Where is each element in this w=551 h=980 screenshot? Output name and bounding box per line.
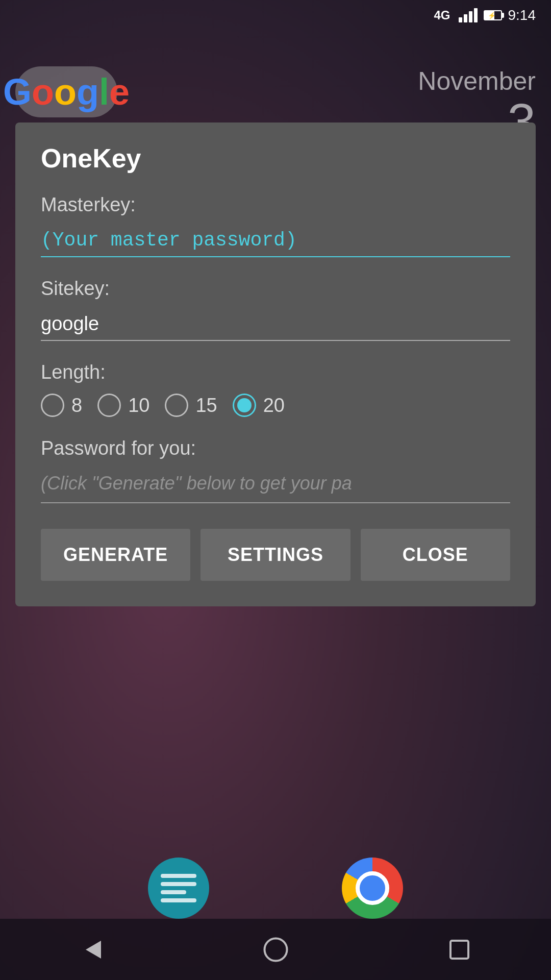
sitekey-input[interactable] [41, 308, 510, 341]
settings-button[interactable]: SETTINGS [201, 529, 350, 581]
onekey-dialog: OneKey Masterkey: Sitekey: Length: 8 10 … [15, 122, 536, 606]
password-section: Password for you: (Click "Generate" belo… [41, 437, 510, 503]
radio-label-10: 10 [128, 395, 149, 416]
google-logo: Google [3, 74, 130, 110]
memo-app-icon[interactable] [148, 857, 209, 919]
radio-label-20: 20 [263, 395, 285, 416]
home-icon [262, 936, 290, 964]
length-option-20[interactable]: 20 [233, 394, 285, 417]
masterkey-input[interactable] [41, 224, 510, 257]
back-button[interactable] [71, 929, 112, 970]
navigation-bar [0, 919, 551, 980]
status-bar: 4G ⚡ 9:14 [0, 0, 551, 31]
recents-icon [445, 936, 473, 964]
dialog-title: OneKey [41, 143, 510, 174]
length-section: Length: 8 10 15 20 [41, 361, 510, 417]
radio-20[interactable] [233, 394, 256, 417]
generate-button[interactable]: GENERATE [41, 529, 190, 581]
home-button[interactable] [255, 929, 296, 970]
app-dock [0, 857, 551, 919]
svg-point-1 [264, 938, 287, 961]
memo-icon-graphic [161, 874, 196, 902]
length-option-15[interactable]: 15 [165, 394, 217, 417]
radio-label-8: 8 [71, 395, 82, 416]
length-radio-group: 8 10 15 20 [41, 394, 510, 417]
date-month: November [391, 66, 536, 96]
radio-8[interactable] [41, 394, 64, 417]
radio-10[interactable] [97, 394, 121, 417]
length-option-8[interactable]: 8 [41, 394, 82, 417]
chrome-app-icon[interactable] [342, 857, 403, 919]
battery-icon: ⚡ [484, 10, 502, 20]
close-button[interactable]: CLOSE [361, 529, 510, 581]
google-widget[interactable]: Google [15, 66, 117, 117]
button-row: GENERATE SETTINGS CLOSE [41, 529, 510, 581]
password-label: Password for you: [41, 437, 510, 459]
recents-button[interactable] [439, 929, 480, 970]
masterkey-label: Masterkey: [41, 194, 510, 216]
sitekey-label: Sitekey: [41, 278, 510, 300]
length-label: Length: [41, 361, 510, 383]
radio-15[interactable] [165, 394, 188, 417]
clock: 9:14 [508, 7, 536, 23]
password-output: (Click "Generate" below to get your pa [41, 468, 510, 503]
svg-rect-2 [450, 941, 468, 959]
back-icon [78, 936, 106, 964]
signal-bars-icon [459, 8, 478, 22]
svg-marker-0 [86, 941, 101, 959]
length-option-10[interactable]: 10 [97, 394, 149, 417]
network-type: 4G [434, 8, 450, 22]
radio-label-15: 15 [195, 395, 217, 416]
